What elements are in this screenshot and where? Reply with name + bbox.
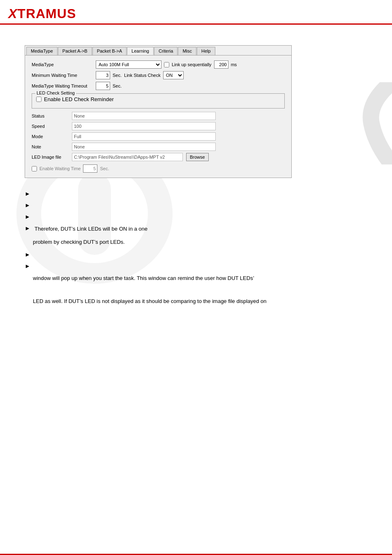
header: XTRAMUS <box>0 0 392 25</box>
link-status-label: Link Status Check <box>124 73 161 78</box>
speed-row: Speed <box>32 122 285 130</box>
min-wait-label: Minimum Waiting Time <box>32 73 93 78</box>
mediatype-row: MediaType Auto 100M Full Link up sequent… <box>32 60 285 69</box>
enable-waiting-checkbox[interactable] <box>32 166 37 171</box>
bullet-5: ► <box>25 251 367 258</box>
mediatype-timeout-unit: Sec. <box>113 83 122 88</box>
tab-misc[interactable]: Misc <box>178 47 196 55</box>
bullet-4: ► Therefore, DUT’s Link LEDs will be ON … <box>25 225 367 233</box>
led-check-group: LED Check Setting Enable LED Check Remin… <box>32 93 285 109</box>
mediatype-timeout-label: MediaType Waiting Timeout <box>32 83 93 88</box>
bullet-arrow-4: ► <box>25 225 31 231</box>
waiting-time-input[interactable] <box>83 164 97 173</box>
tab-packet-ab[interactable]: Packet A->B <box>58 47 92 55</box>
led-check-title: LED Check Setting <box>35 90 76 95</box>
tab-mediatype[interactable]: MediaType <box>26 47 58 55</box>
min-wait-row: Minimum Waiting Time Sec. Link Status Ch… <box>32 71 285 79</box>
tab-criteria[interactable]: Criteria <box>154 47 178 55</box>
enable-led-label: Enable LED Check Reminder <box>44 96 114 102</box>
logo-rest: TRAMUS <box>17 6 76 21</box>
bullet-arrow-1: ► <box>25 190 31 197</box>
status-input[interactable] <box>72 112 216 120</box>
link-up-label: Link up sequentially <box>172 62 212 67</box>
mode-row: Mode <box>32 132 285 141</box>
led-image-path-input[interactable] <box>72 153 183 161</box>
link-up-unit: ms <box>231 62 237 67</box>
bullet-1: ► <box>25 190 367 197</box>
led-image-row: LED Image file Browse <box>32 153 285 161</box>
bullet-text-4: Therefore, DUT’s Link LEDs will be ON in… <box>35 225 148 233</box>
min-wait-input[interactable] <box>96 71 110 79</box>
tab-bar: MediaType Packet A->B Packet B->A Learni… <box>25 46 291 56</box>
note-label: Note <box>32 144 69 149</box>
tab-help[interactable]: Help <box>197 47 215 55</box>
paragraph-1: problem by checking DUT’s port LEDs. <box>33 238 367 247</box>
bullet-3: ► <box>25 213 367 220</box>
bullet-arrow-3: ► <box>25 213 31 220</box>
enable-led-checkbox[interactable] <box>36 97 42 102</box>
min-wait-unit: Sec. <box>113 73 122 78</box>
waiting-row: Enable Waiting Time Sec. <box>32 164 285 173</box>
bullet-6: ► <box>25 263 367 269</box>
status-row: Status <box>32 112 285 120</box>
mediatype-select[interactable]: Auto 100M Full <box>96 60 161 69</box>
browse-button[interactable]: Browse <box>186 153 209 161</box>
speed-input[interactable] <box>72 122 216 130</box>
mode-input[interactable] <box>72 132 216 141</box>
bullet-arrow-2: ► <box>25 202 31 208</box>
bullet-arrow-5: ► <box>25 251 31 258</box>
enable-led-row: Enable LED Check Reminder <box>36 96 280 102</box>
tab-content: MediaType Auto 100M Full Link up sequent… <box>25 56 291 178</box>
dialog-panel: MediaType Packet A->B Packet B->A Learni… <box>25 45 292 178</box>
note-row: Note <box>32 143 285 151</box>
enable-waiting-label: Enable Waiting Time <box>39 166 81 171</box>
link-up-input[interactable] <box>214 60 228 69</box>
mediatype-timeout-row: MediaType Waiting Timeout Sec. <box>32 82 285 90</box>
bullet-arrow-6: ► <box>25 263 31 269</box>
led-image-label: LED Image file <box>32 155 69 160</box>
tab-packet-ba[interactable]: Packet B->A <box>92 47 127 55</box>
note-input[interactable] <box>72 143 216 151</box>
mode-label: Mode <box>32 134 69 139</box>
bullet-2: ► <box>25 202 367 208</box>
logo-x: X <box>8 6 17 21</box>
logo: XTRAMUS <box>8 6 76 21</box>
mediatype-timeout-input[interactable] <box>96 82 110 90</box>
mediatype-label: MediaType <box>32 62 93 67</box>
speed-label: Speed <box>32 124 69 129</box>
paragraph-3: LED as well. If DUT’s LED is not display… <box>33 297 367 306</box>
status-label: Status <box>32 113 69 118</box>
paragraph-2: window will pop up when you start the ta… <box>33 274 367 283</box>
link-status-select[interactable]: ON <box>163 71 184 79</box>
link-up-checkbox[interactable] <box>164 62 169 67</box>
tab-learning[interactable]: Learning <box>127 47 154 55</box>
waiting-unit: Sec. <box>100 166 109 171</box>
